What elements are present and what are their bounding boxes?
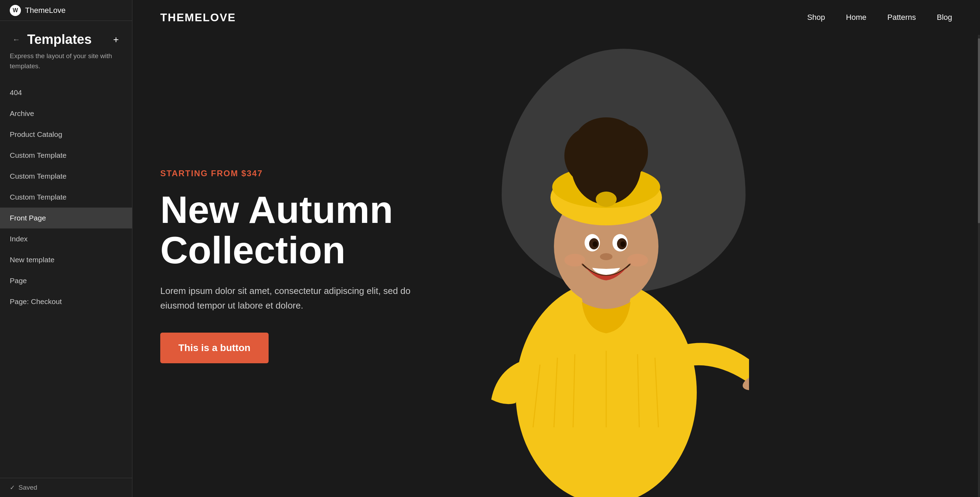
sidebar-item-label: Page — [10, 276, 27, 285]
scrollbar-thumb — [978, 38, 980, 223]
sidebar-item-404[interactable]: 404 — [0, 82, 132, 103]
main-preview: THEMELOVE Shop Home Patterns Blog STARTI… — [132, 0, 980, 497]
sidebar-item-page-checkout[interactable]: Page: Checkout — [0, 291, 132, 312]
sidebar-item-product-catalog[interactable]: Product Catalog — [0, 124, 132, 145]
sidebar-description: Express the layout of your site with tem… — [0, 51, 132, 79]
sidebar-item-page[interactable]: Page — [0, 270, 132, 291]
sidebar-item-label: Archive — [10, 110, 34, 118]
sidebar-item-label: Product Catalog — [10, 130, 62, 139]
sidebar-item-label: Custom Template — [10, 151, 67, 159]
add-template-button[interactable]: + — [110, 33, 122, 46]
sidebar-item-custom-template-1[interactable]: Custom Template — [0, 145, 132, 166]
sidebar-item-custom-template-3[interactable]: Custom Template — [0, 187, 132, 208]
sidebar-item-label: 404 — [10, 89, 22, 97]
sidebar-item-label: Custom Template — [10, 193, 67, 201]
svg-point-14 — [593, 241, 598, 247]
svg-point-15 — [620, 241, 625, 247]
svg-point-16 — [600, 253, 612, 260]
sidebar-item-index[interactable]: Index — [0, 229, 132, 249]
wp-logo: W — [10, 5, 21, 16]
templates-header: ← Templates + — [0, 21, 132, 51]
nav-item-home[interactable]: Home — [846, 13, 866, 22]
hero-image-area — [446, 35, 759, 497]
saved-status: Saved — [19, 484, 37, 491]
nav-item-shop[interactable]: Shop — [807, 13, 825, 22]
hero-content: STARTING FROM $347 New Autumn Collection… — [132, 35, 446, 497]
site-name: ThemeLove — [25, 6, 65, 15]
svg-point-9 — [575, 118, 638, 166]
sidebar-nav: 404 Archive Product Catalog Custom Templ… — [0, 79, 132, 478]
hero-person-illustration — [470, 79, 749, 497]
sidebar-item-label: Custom Template — [10, 172, 67, 180]
sidebar-title: Templates — [27, 32, 92, 47]
sidebar-item-label: Index — [10, 235, 27, 243]
hero-tag: STARTING FROM $347 — [160, 168, 418, 178]
hero-description: Lorem ipsum dolor sit amet, consectetur … — [160, 284, 418, 313]
svg-point-18 — [627, 254, 648, 267]
hero-cta-button[interactable]: This is a button — [160, 333, 269, 363]
preview-nav: Shop Home Patterns Blog — [807, 13, 952, 22]
sidebar-item-archive[interactable]: Archive — [0, 103, 132, 124]
hero-section: STARTING FROM $347 New Autumn Collection… — [132, 35, 980, 497]
sidebar-item-custom-template-2[interactable]: Custom Template — [0, 166, 132, 187]
back-button[interactable]: ← — [10, 34, 23, 46]
sidebar-item-new-template[interactable]: New template — [0, 249, 132, 270]
scrollbar-track[interactable] — [978, 35, 980, 497]
wp-logo-text: W — [13, 7, 18, 14]
sidebar-header: W ThemeLove — [0, 0, 132, 21]
hero-title-line2: Collection — [160, 229, 345, 271]
hero-title: New Autumn Collection — [160, 189, 418, 270]
sidebar-item-label: New template — [10, 256, 54, 264]
svg-point-25 — [596, 192, 617, 207]
preview-site-header: THEMELOVE Shop Home Patterns Blog — [132, 0, 980, 35]
sidebar-item-front-page[interactable]: Front Page — [0, 208, 132, 229]
hero-title-line1: New Autumn — [160, 188, 393, 231]
nav-item-blog[interactable]: Blog — [937, 13, 952, 22]
sidebar-footer: ✓ Saved — [0, 478, 132, 497]
svg-point-17 — [565, 254, 585, 267]
nav-item-patterns[interactable]: Patterns — [887, 13, 916, 22]
sidebar-item-label: Front Page — [10, 214, 46, 222]
sidebar: W ThemeLove ← Templates + Express the la… — [0, 0, 132, 497]
preview-logo: THEMELOVE — [160, 11, 236, 24]
saved-check-icon: ✓ — [10, 484, 15, 491]
sidebar-item-label: Page: Checkout — [10, 297, 62, 306]
